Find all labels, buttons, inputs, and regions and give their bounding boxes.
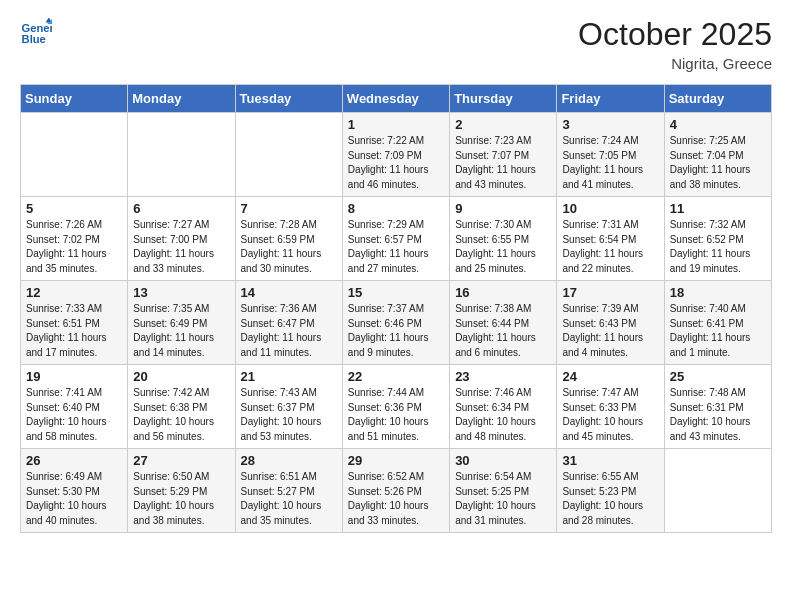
day-number: 16 xyxy=(455,285,551,300)
calendar-cell: 31Sunrise: 6:55 AM Sunset: 5:23 PM Dayli… xyxy=(557,449,664,533)
calendar-cell: 23Sunrise: 7:46 AM Sunset: 6:34 PM Dayli… xyxy=(450,365,557,449)
day-number: 30 xyxy=(455,453,551,468)
day-number: 20 xyxy=(133,369,229,384)
calendar-page: General Blue October 2025 Nigrita, Greec… xyxy=(0,0,792,553)
day-number: 18 xyxy=(670,285,766,300)
calendar-cell: 2Sunrise: 7:23 AM Sunset: 7:07 PM Daylig… xyxy=(450,113,557,197)
cell-info: Sunrise: 6:50 AM Sunset: 5:29 PM Dayligh… xyxy=(133,470,229,528)
cell-info: Sunrise: 7:44 AM Sunset: 6:36 PM Dayligh… xyxy=(348,386,444,444)
day-number: 29 xyxy=(348,453,444,468)
header-friday: Friday xyxy=(557,85,664,113)
header-tuesday: Tuesday xyxy=(235,85,342,113)
cell-info: Sunrise: 6:51 AM Sunset: 5:27 PM Dayligh… xyxy=(241,470,337,528)
header-monday: Monday xyxy=(128,85,235,113)
calendar-week-row: 26Sunrise: 6:49 AM Sunset: 5:30 PM Dayli… xyxy=(21,449,772,533)
header-thursday: Thursday xyxy=(450,85,557,113)
day-number: 5 xyxy=(26,201,122,216)
calendar-cell: 19Sunrise: 7:41 AM Sunset: 6:40 PM Dayli… xyxy=(21,365,128,449)
cell-info: Sunrise: 6:49 AM Sunset: 5:30 PM Dayligh… xyxy=(26,470,122,528)
calendar-cell: 25Sunrise: 7:48 AM Sunset: 6:31 PM Dayli… xyxy=(664,365,771,449)
day-number: 27 xyxy=(133,453,229,468)
day-number: 19 xyxy=(26,369,122,384)
cell-info: Sunrise: 7:31 AM Sunset: 6:54 PM Dayligh… xyxy=(562,218,658,276)
day-number: 8 xyxy=(348,201,444,216)
day-number: 14 xyxy=(241,285,337,300)
cell-info: Sunrise: 7:30 AM Sunset: 6:55 PM Dayligh… xyxy=(455,218,551,276)
calendar-cell xyxy=(128,113,235,197)
day-number: 1 xyxy=(348,117,444,132)
calendar-cell: 14Sunrise: 7:36 AM Sunset: 6:47 PM Dayli… xyxy=(235,281,342,365)
cell-info: Sunrise: 7:37 AM Sunset: 6:46 PM Dayligh… xyxy=(348,302,444,360)
calendar-cell: 7Sunrise: 7:28 AM Sunset: 6:59 PM Daylig… xyxy=(235,197,342,281)
logo-icon: General Blue xyxy=(20,16,52,48)
day-number: 11 xyxy=(670,201,766,216)
cell-info: Sunrise: 7:33 AM Sunset: 6:51 PM Dayligh… xyxy=(26,302,122,360)
cell-info: Sunrise: 7:28 AM Sunset: 6:59 PM Dayligh… xyxy=(241,218,337,276)
day-number: 13 xyxy=(133,285,229,300)
day-number: 15 xyxy=(348,285,444,300)
weekday-header-row: Sunday Monday Tuesday Wednesday Thursday… xyxy=(21,85,772,113)
calendar-cell: 8Sunrise: 7:29 AM Sunset: 6:57 PM Daylig… xyxy=(342,197,449,281)
cell-info: Sunrise: 7:23 AM Sunset: 7:07 PM Dayligh… xyxy=(455,134,551,192)
header-sunday: Sunday xyxy=(21,85,128,113)
calendar-cell: 29Sunrise: 6:52 AM Sunset: 5:26 PM Dayli… xyxy=(342,449,449,533)
cell-info: Sunrise: 7:48 AM Sunset: 6:31 PM Dayligh… xyxy=(670,386,766,444)
calendar-cell: 13Sunrise: 7:35 AM Sunset: 6:49 PM Dayli… xyxy=(128,281,235,365)
logo: General Blue xyxy=(20,16,52,48)
calendar-week-row: 5Sunrise: 7:26 AM Sunset: 7:02 PM Daylig… xyxy=(21,197,772,281)
cell-info: Sunrise: 6:54 AM Sunset: 5:25 PM Dayligh… xyxy=(455,470,551,528)
header-wednesday: Wednesday xyxy=(342,85,449,113)
cell-info: Sunrise: 7:27 AM Sunset: 7:00 PM Dayligh… xyxy=(133,218,229,276)
day-number: 17 xyxy=(562,285,658,300)
day-number: 7 xyxy=(241,201,337,216)
calendar-cell: 3Sunrise: 7:24 AM Sunset: 7:05 PM Daylig… xyxy=(557,113,664,197)
cell-info: Sunrise: 7:46 AM Sunset: 6:34 PM Dayligh… xyxy=(455,386,551,444)
cell-info: Sunrise: 7:26 AM Sunset: 7:02 PM Dayligh… xyxy=(26,218,122,276)
location: Nigrita, Greece xyxy=(578,55,772,72)
day-number: 2 xyxy=(455,117,551,132)
cell-info: Sunrise: 7:35 AM Sunset: 6:49 PM Dayligh… xyxy=(133,302,229,360)
calendar-cell: 5Sunrise: 7:26 AM Sunset: 7:02 PM Daylig… xyxy=(21,197,128,281)
day-number: 24 xyxy=(562,369,658,384)
calendar-week-row: 12Sunrise: 7:33 AM Sunset: 6:51 PM Dayli… xyxy=(21,281,772,365)
cell-info: Sunrise: 7:29 AM Sunset: 6:57 PM Dayligh… xyxy=(348,218,444,276)
page-header: General Blue October 2025 Nigrita, Greec… xyxy=(20,16,772,72)
title-block: October 2025 Nigrita, Greece xyxy=(578,16,772,72)
cell-info: Sunrise: 7:42 AM Sunset: 6:38 PM Dayligh… xyxy=(133,386,229,444)
day-number: 25 xyxy=(670,369,766,384)
day-number: 12 xyxy=(26,285,122,300)
calendar-cell xyxy=(21,113,128,197)
day-number: 21 xyxy=(241,369,337,384)
calendar-cell: 22Sunrise: 7:44 AM Sunset: 6:36 PM Dayli… xyxy=(342,365,449,449)
day-number: 4 xyxy=(670,117,766,132)
cell-info: Sunrise: 7:24 AM Sunset: 7:05 PM Dayligh… xyxy=(562,134,658,192)
calendar-cell: 18Sunrise: 7:40 AM Sunset: 6:41 PM Dayli… xyxy=(664,281,771,365)
calendar-cell: 21Sunrise: 7:43 AM Sunset: 6:37 PM Dayli… xyxy=(235,365,342,449)
calendar-cell: 26Sunrise: 6:49 AM Sunset: 5:30 PM Dayli… xyxy=(21,449,128,533)
calendar-cell: 12Sunrise: 7:33 AM Sunset: 6:51 PM Dayli… xyxy=(21,281,128,365)
day-number: 9 xyxy=(455,201,551,216)
svg-text:Blue: Blue xyxy=(22,33,46,45)
cell-info: Sunrise: 7:38 AM Sunset: 6:44 PM Dayligh… xyxy=(455,302,551,360)
calendar-cell: 16Sunrise: 7:38 AM Sunset: 6:44 PM Dayli… xyxy=(450,281,557,365)
cell-info: Sunrise: 7:47 AM Sunset: 6:33 PM Dayligh… xyxy=(562,386,658,444)
calendar-cell: 4Sunrise: 7:25 AM Sunset: 7:04 PM Daylig… xyxy=(664,113,771,197)
calendar-cell: 20Sunrise: 7:42 AM Sunset: 6:38 PM Dayli… xyxy=(128,365,235,449)
cell-info: Sunrise: 7:43 AM Sunset: 6:37 PM Dayligh… xyxy=(241,386,337,444)
day-number: 10 xyxy=(562,201,658,216)
calendar-week-row: 1Sunrise: 7:22 AM Sunset: 7:09 PM Daylig… xyxy=(21,113,772,197)
calendar-cell: 15Sunrise: 7:37 AM Sunset: 6:46 PM Dayli… xyxy=(342,281,449,365)
calendar-cell: 6Sunrise: 7:27 AM Sunset: 7:00 PM Daylig… xyxy=(128,197,235,281)
calendar-cell: 24Sunrise: 7:47 AM Sunset: 6:33 PM Dayli… xyxy=(557,365,664,449)
cell-info: Sunrise: 6:52 AM Sunset: 5:26 PM Dayligh… xyxy=(348,470,444,528)
month-title: October 2025 xyxy=(578,16,772,53)
day-number: 6 xyxy=(133,201,229,216)
calendar-cell xyxy=(664,449,771,533)
calendar-table: Sunday Monday Tuesday Wednesday Thursday… xyxy=(20,84,772,533)
day-number: 28 xyxy=(241,453,337,468)
cell-info: Sunrise: 7:32 AM Sunset: 6:52 PM Dayligh… xyxy=(670,218,766,276)
cell-info: Sunrise: 6:55 AM Sunset: 5:23 PM Dayligh… xyxy=(562,470,658,528)
calendar-week-row: 19Sunrise: 7:41 AM Sunset: 6:40 PM Dayli… xyxy=(21,365,772,449)
calendar-cell: 11Sunrise: 7:32 AM Sunset: 6:52 PM Dayli… xyxy=(664,197,771,281)
calendar-cell: 10Sunrise: 7:31 AM Sunset: 6:54 PM Dayli… xyxy=(557,197,664,281)
